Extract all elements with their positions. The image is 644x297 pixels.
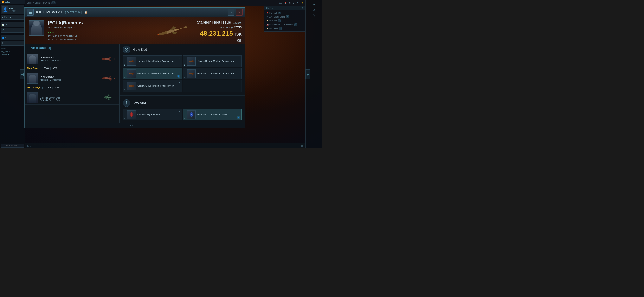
route-name: Palmon	[4, 16, 11, 18]
autocannon-icon-4	[187, 69, 196, 78]
low-slot-grid: 1 Caldari Navy Adaptive... ✕	[123, 109, 242, 120]
caldari-navy-icon	[127, 110, 136, 119]
header-bar	[28, 46, 28, 50]
kill-datetime: 2022/02/11 21:55:56 UTC +2	[48, 35, 241, 37]
svg-rect-20	[189, 73, 190, 74]
sidebar-icon-3[interactable]: 🗺	[306, 13, 321, 18]
star-icon: ☀	[266, 16, 268, 18]
pilot-icon-2: 👤	[237, 116, 240, 119]
person-nav-item[interactable]: 👥 4	[1, 35, 24, 40]
participant-name-1: [XVI]Gorakh	[40, 56, 98, 59]
close-icon-1[interactable]: ✕	[179, 57, 180, 59]
star-map-item-sun01[interactable]: ☀ Sun 01 [Blue Bright] 5	[265, 15, 304, 19]
bottom-number: 23	[301, 145, 303, 147]
chat-area	[0, 143, 25, 148]
jump-label: 0 jump(s)	[9, 10, 16, 11]
bottom-speed: 0m/s	[27, 145, 31, 147]
sidebar-icon-2[interactable]: ⚙	[306, 7, 321, 12]
time-display: 21:56	[5, 1, 10, 3]
svg-point-15	[133, 73, 134, 74]
high-slot-icon	[123, 46, 130, 53]
low-slot-icon	[123, 99, 130, 107]
high-slot-section: High Slot 1	[120, 44, 245, 94]
hamburger-line-3	[29, 13, 32, 14]
autocannon-icon-3	[127, 69, 136, 78]
high-slot-item-1[interactable]: 1 Gistum C-Type Medium Autocannon ✕	[123, 55, 182, 67]
nav-arrow-right[interactable]: ▶	[306, 69, 310, 79]
kill-label: Kill	[50, 31, 54, 34]
participants-panel: Participants [8] [XVI]Gorakh Arbitrator …	[24, 44, 120, 122]
close-icon-5[interactable]: ✕	[179, 82, 180, 84]
pilot-avatar-inner	[29, 21, 44, 35]
item-count-1: 1	[124, 64, 125, 66]
svg-point-7	[133, 61, 134, 62]
chat-msg-3: I am a Guy★	[1, 54, 24, 55]
participant-row-1: [XVI]Gorakh Arbitrator Covert Ops	[24, 52, 119, 66]
participant-name-2: [XVI]Gorakh	[40, 75, 98, 78]
route-nav-item[interactable]: ➤ Palmon	[1, 15, 24, 19]
count-badge-2: 5	[286, 15, 289, 18]
filter-icon[interactable]: ⚡	[301, 2, 304, 4]
svg-point-11	[193, 61, 194, 62]
low-slot-section: Low Slot 1 Caldari Navy Adapt	[120, 97, 245, 122]
participant-item-1[interactable]: [XVI]Gorakh Arbitrator Covert Ops	[24, 52, 119, 71]
separator-1: |	[40, 67, 41, 69]
autocannon-icon-1	[127, 57, 136, 66]
dialog-header: [ECLA]Romeros Warp Scramble Strength: 2 …	[24, 17, 245, 44]
participant-ship-img-2	[100, 74, 117, 83]
kill-badge: Kill	[48, 31, 54, 34]
low-slot-item-1[interactable]: 1 Caldari Navy Adaptive... ✕	[123, 109, 182, 120]
star-map-item-palmon1[interactable]: 🪐 Palmon I 4	[265, 19, 304, 23]
divider	[1, 21, 24, 21]
chat-input[interactable]	[1, 144, 24, 148]
star-map-item-palmon3[interactable]: 🪐 Palmon III 2	[265, 27, 304, 30]
nav-arrow-left[interactable]: ◀	[20, 69, 25, 79]
high-slot-item-2[interactable]: 1 Gistum C-Type Medium Autocannon	[183, 55, 242, 67]
kill-report-dialog: KILL REPORT [ID:6770316] 📋 ↗ ✕ [ECLA]	[24, 7, 245, 128]
damage-1: 17846	[42, 67, 49, 69]
participant-ship-type-3: Celestis Covert Ops	[40, 99, 98, 101]
low-slot-item-2[interactable]: 1 Gistum C-Type Medium Shield... 👤	[183, 109, 242, 120]
isk-nav-item[interactable]: 16.0	[1, 28, 24, 32]
close-button[interactable]: ✕	[236, 9, 242, 16]
top-bar: Balrille < Essence Palmon 0.4 150 📍 GTFO…	[25, 0, 306, 6]
mail-nav-item[interactable]: ✉	[1, 41, 24, 45]
count-badge-4: 3	[294, 23, 297, 26]
speed-display: 0m/s	[129, 124, 134, 127]
copy-icon[interactable]: 📋	[84, 11, 87, 14]
export-button[interactable]: ↗	[228, 9, 234, 16]
left-nav-items: 👤 Palmon 0 jump(s) ➤ Palmon 📊 24/26 16.0…	[0, 4, 24, 46]
low-slot-header: Low Slot	[123, 99, 242, 107]
svg-rect-12	[189, 61, 190, 62]
participant-avatar-2	[27, 73, 38, 83]
participants-count: [8]	[48, 46, 51, 49]
participant-info-3: Celestis Covert Ops Celestis Covert Ops	[40, 93, 98, 101]
participant-avatar-3	[27, 92, 38, 103]
hamburger-button[interactable]	[27, 9, 34, 16]
star-map-panel: Star Map ⚙ 📍 Palmon II 9 ☀ Sun 01 [Blue …	[264, 6, 306, 31]
export-icon: ↗	[230, 11, 232, 14]
divider2	[1, 34, 24, 34]
autocannon-icon-2	[187, 57, 196, 66]
pilot-icon-1: 👤	[177, 75, 180, 78]
separator-4: |	[52, 86, 53, 89]
chart-icon: 📊	[2, 24, 4, 26]
close-icon-low-1[interactable]: ✕	[179, 110, 180, 113]
dropdown-icon[interactable]: ▼	[297, 2, 299, 4]
svg-point-25	[126, 103, 127, 104]
count-badge-5: 2	[279, 27, 282, 30]
svg-point-2	[105, 97, 106, 98]
high-slot-item-5[interactable]: 1 Gistum C-Type Medium Autocannon ✕	[123, 80, 182, 92]
item-count-3: 1	[124, 76, 125, 78]
low-item-name-2: Gistum C-Type Medium Shield...	[197, 113, 230, 116]
participant-item-3[interactable]: Celestis Covert Ops Celestis Covert Ops	[24, 90, 119, 105]
high-slot-item-4[interactable]: 1 Gistum C-Type Medium Autocannon	[183, 68, 242, 79]
participant-item-2[interactable]: [XVI]Gorakh Arbitrator Covert Ops	[24, 71, 119, 90]
character-nav-item[interactable]: 👤 Palmon 0 jump(s)	[1, 5, 24, 14]
high-slot-item-3[interactable]: 1 Gistum C-Type Medium Autocannon 👤	[123, 68, 182, 79]
star-map-item-palmon2[interactable]: 📍 Palmon II 9	[265, 11, 304, 15]
sidebar-icon-1[interactable]: ➤	[306, 2, 321, 6]
autocannon-icon-5	[127, 82, 136, 90]
star-map-item-bank[interactable]: 🏭 Bank of Palmon IV - Roon 13 3	[265, 23, 304, 27]
online-nav-item[interactable]: 📊 24/26	[1, 22, 24, 27]
